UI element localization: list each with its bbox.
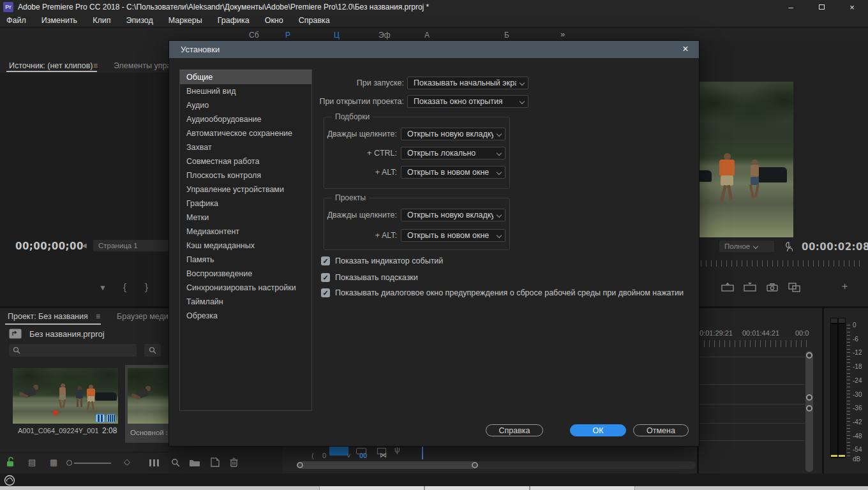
maximize-button[interactable] <box>811 0 832 14</box>
scrollbar-handle[interactable] <box>472 462 478 468</box>
pref-category-capture[interactable]: Захват <box>180 140 311 154</box>
taskbar-item[interactable] <box>530 486 635 490</box>
checkbox-checked-icon[interactable]: ✓ <box>321 256 330 265</box>
scrollbar-handle[interactable] <box>806 352 812 359</box>
ok-button[interactable]: ОК <box>570 424 626 436</box>
bins-alt-select[interactable]: Открыть в новом окне <box>401 166 505 179</box>
list-view-icon[interactable]: ▤ <box>28 457 36 467</box>
scrollbar-handle[interactable] <box>806 405 812 412</box>
menu-sequence[interactable]: Эпизод <box>126 16 153 25</box>
timeline-active-tool[interactable] <box>329 445 348 456</box>
meter-header-box[interactable] <box>830 318 838 323</box>
timeline-mini-icon[interactable]: ⋈ <box>380 451 387 459</box>
timeline-hscrollbar-thumb[interactable] <box>299 461 476 469</box>
zoom-slider-handle[interactable] <box>66 460 72 466</box>
panel-menu-icon[interactable]: ≡ <box>93 61 98 70</box>
dialog-titlebar[interactable]: Установки × <box>169 41 699 58</box>
tab-project[interactable]: Проект: Без названия <box>8 312 88 321</box>
program-scrub-ruler[interactable] <box>701 260 863 267</box>
program-video-frame[interactable] <box>700 82 793 237</box>
creative-cloud-icon[interactable] <box>4 475 15 486</box>
workspace-tab[interactable]: Сб <box>249 31 259 40</box>
program-zoom-select[interactable]: Полное <box>719 241 774 252</box>
pref-category-control-surface[interactable]: Плоскость контроля <box>180 168 311 182</box>
source-timecode[interactable]: 00;00;00;00 <box>15 241 84 252</box>
checkbox-checked-icon[interactable]: ✓ <box>321 288 330 297</box>
timeline-mini-icon[interactable]: ( <box>311 452 314 459</box>
windows-taskbar[interactable] <box>0 486 868 490</box>
minimize-button[interactable]: – <box>780 0 802 14</box>
clip-name[interactable]: A001_C064_09224Y_001_ <box>18 427 98 434</box>
new-bin-icon[interactable] <box>189 459 200 467</box>
project-file-name[interactable]: Без названия.prproj <box>29 329 105 339</box>
panel-menu-icon[interactable]: ≡ <box>96 312 100 321</box>
workspace-tab[interactable]: Р <box>285 31 290 40</box>
timeline-tool-icon[interactable]: ψ <box>394 445 400 454</box>
menu-edit[interactable]: Изменить <box>41 16 77 25</box>
pref-category-labels[interactable]: Метки <box>180 211 311 225</box>
menu-help[interactable]: Справка <box>299 16 330 25</box>
pref-category-memory[interactable]: Память <box>180 253 311 267</box>
pref-category-graphics[interactable]: Графика <box>180 197 311 211</box>
export-frame-camera-icon[interactable] <box>767 283 778 292</box>
add-button-icon[interactable]: + <box>842 281 848 292</box>
close-button[interactable]: × <box>841 0 863 14</box>
program-timecode[interactable]: 00:00:02:08 <box>802 241 868 253</box>
pref-category-timeline[interactable]: Таймлайн <box>180 295 311 309</box>
tab-source[interactable]: Источник: (нет клипов) <box>9 61 93 70</box>
taskbar-item[interactable] <box>424 486 530 490</box>
search-input[interactable] <box>23 345 134 356</box>
menu-clip[interactable]: Клип <box>93 16 110 25</box>
selected-bin-item[interactable]: Основной э <box>125 365 168 443</box>
dialog-close-icon[interactable]: × <box>678 43 692 56</box>
timeline-mini-icon[interactable]: ˅ <box>347 452 350 459</box>
timeline-mini-icon[interactable]: 0 <box>322 452 326 459</box>
workspace-tab[interactable]: А <box>424 31 430 40</box>
timeline-mini-icon[interactable]: 00 <box>359 452 367 459</box>
extract-icon[interactable] <box>744 283 756 292</box>
trash-icon[interactable] <box>230 457 238 467</box>
pref-category-device-control[interactable]: Управление устройствами <box>180 182 311 197</box>
menu-file[interactable]: Файл <box>6 16 26 25</box>
scrollbar-handle[interactable] <box>806 394 812 401</box>
pref-category-media-cache[interactable]: Кэш медиаданных <box>180 239 311 253</box>
bins-ctrl-select[interactable]: Открыть локально <box>401 147 505 160</box>
workspace-tab[interactable]: Эф <box>378 31 391 40</box>
projects-alt-select[interactable]: Открыть в новом окне <box>401 229 505 242</box>
pref-category-auto-save[interactable]: Автоматическое сохранение <box>180 126 311 140</box>
workspace-tab[interactable]: Б <box>504 31 509 40</box>
tab-media-browser[interactable]: Браузер медиадан <box>117 312 168 321</box>
taskbar-item[interactable] <box>319 486 424 490</box>
bins-double-click-select[interactable]: Открыть новую вкладку <box>401 128 505 140</box>
mark-out-icon[interactable]: } <box>145 281 148 292</box>
workspace-tab[interactable]: Ц <box>334 31 340 40</box>
marker-icon[interactable]: ▼ <box>99 283 107 292</box>
audio-track-badge-icon[interactable] <box>107 414 116 422</box>
pref-category-audio-hardware[interactable]: Аудиооборудование <box>180 112 311 126</box>
project-home-icon[interactable] <box>9 329 22 339</box>
menu-graphics[interactable]: Графика <box>218 16 250 25</box>
search-bin-button[interactable] <box>144 344 161 357</box>
cancel-button[interactable]: Отмена <box>633 424 689 436</box>
help-button[interactable]: Справка <box>486 424 543 436</box>
video-track-badge-icon[interactable] <box>96 414 105 422</box>
tab-effect-controls[interactable]: Элементы управ <box>114 61 168 70</box>
pref-category-collaboration[interactable]: Совместная работа <box>180 154 311 168</box>
sort-icon[interactable]: ◇ <box>124 457 130 466</box>
meter-header-box[interactable] <box>838 318 846 323</box>
workspace-overflow-icon[interactable]: » <box>560 29 565 39</box>
mark-in-icon[interactable]: { <box>123 281 126 292</box>
open-project-select[interactable]: Показать окно открытия <box>407 95 528 108</box>
writable-lock-icon[interactable] <box>6 457 15 467</box>
scrollbar-handle[interactable] <box>297 462 303 468</box>
pref-category-playback[interactable]: Воспроизведение <box>180 267 311 281</box>
back-arrow-icon[interactable]: ◀ <box>82 242 87 249</box>
pref-category-sync-settings[interactable]: Синхронизировать настройки <box>180 281 311 295</box>
timeline-vscrollbar[interactable] <box>805 351 813 472</box>
timeline-ruler[interactable] <box>699 340 809 347</box>
zoom-slider-track[interactable] <box>74 463 111 464</box>
startup-select[interactable]: Показывать начальный экран <box>407 77 528 89</box>
projects-double-click-select[interactable]: Открыть новую вкладку <box>401 209 505 221</box>
pref-category-media[interactable]: Медиаконтент <box>180 225 311 239</box>
find-icon[interactable] <box>171 458 180 467</box>
